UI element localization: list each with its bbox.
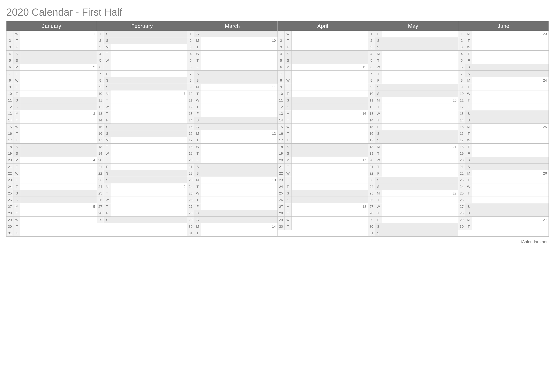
- day-number: 10: [97, 90, 104, 97]
- day-of-week: T: [285, 210, 292, 216]
- day-number: 26: [278, 197, 285, 203]
- day-of-week: W: [465, 44, 472, 50]
- day-row: [458, 230, 549, 236]
- day-note: [472, 143, 548, 150]
- day-of-week: W: [14, 124, 20, 130]
- day-number: 5: [458, 57, 465, 64]
- day-row: 17W: [458, 137, 549, 143]
- day-note: [292, 143, 368, 150]
- day-note: [292, 51, 368, 57]
- day-of-week: W: [14, 170, 20, 177]
- day-number: 11: [7, 97, 14, 104]
- day-row: 3F: [278, 44, 368, 51]
- day-note: [20, 77, 97, 84]
- day-row: 8F: [368, 77, 458, 84]
- day-row: 22S: [187, 170, 278, 177]
- day-note: [382, 37, 458, 44]
- day-note: [382, 177, 458, 183]
- day-number: 11: [97, 97, 104, 104]
- day-of-week: W: [104, 197, 111, 203]
- day-note: [20, 183, 97, 190]
- day-number: 30: [187, 223, 194, 230]
- day-note: [111, 170, 187, 177]
- day-row: 30S: [368, 223, 458, 230]
- day-note: [292, 31, 368, 37]
- day-of-week: W: [104, 57, 111, 64]
- day-row: 8W: [7, 77, 97, 84]
- month-header: January: [7, 21, 97, 31]
- day-note: 15: [292, 64, 368, 70]
- day-number: [458, 230, 465, 236]
- day-of-week: M: [14, 110, 20, 117]
- day-note: [20, 104, 97, 110]
- day-of-week: S: [465, 117, 472, 123]
- day-row: 3W: [458, 44, 549, 51]
- day-of-week: S: [194, 164, 201, 170]
- day-note: [111, 203, 187, 210]
- day-row: 21T: [278, 164, 368, 170]
- day-row: 12W: [97, 104, 187, 110]
- day-of-week: S: [104, 170, 111, 177]
- day-note: [201, 203, 277, 210]
- day-of-week: M: [194, 223, 201, 230]
- day-number: 3: [97, 44, 104, 50]
- day-note: [472, 130, 548, 137]
- day-note: [20, 44, 97, 50]
- day-note: [111, 190, 187, 197]
- day-note: [472, 203, 548, 210]
- day-note: [472, 57, 548, 64]
- day-number: 16: [368, 130, 375, 137]
- day-row: 31T: [187, 230, 278, 236]
- day-of-week: W: [465, 183, 472, 190]
- day-row: 30M14: [187, 223, 278, 230]
- day-number: 28: [97, 210, 104, 216]
- day-number: 27: [97, 203, 104, 210]
- day-row: 7F: [97, 71, 187, 77]
- day-number: 15: [368, 124, 375, 130]
- day-note: 9: [111, 183, 187, 190]
- day-of-week: T: [194, 90, 201, 97]
- day-row: 6F: [187, 64, 278, 71]
- day-note: [382, 90, 458, 97]
- day-note: [201, 64, 277, 70]
- day-row: 29M27: [458, 217, 549, 223]
- day-of-week: T: [194, 150, 201, 157]
- day-of-week: S: [285, 190, 292, 197]
- day-note: [382, 203, 458, 210]
- day-note: 5: [20, 203, 97, 210]
- day-of-week: F: [465, 57, 472, 64]
- day-row: 4M19: [368, 51, 458, 57]
- day-number: 22: [97, 170, 104, 177]
- day-of-week: M: [285, 110, 292, 117]
- day-number: 27: [458, 203, 465, 210]
- day-of-week: S: [104, 217, 111, 223]
- day-note: [382, 31, 458, 37]
- day-of-week: T: [104, 51, 111, 57]
- day-row: 1F: [368, 31, 458, 37]
- day-row: 28T: [278, 210, 368, 217]
- day-row: 31F: [7, 230, 97, 236]
- day-number: 17: [278, 137, 285, 143]
- day-number: 20: [458, 157, 465, 163]
- month-column: February1S2S3M64T5W6T7F8S9S10M711T12W13T…: [97, 21, 187, 236]
- day-note: [382, 124, 458, 130]
- day-number: 23: [368, 177, 375, 183]
- day-row: 21S: [187, 164, 278, 170]
- day-of-week: S: [14, 197, 20, 203]
- day-row: 19S: [278, 150, 368, 157]
- day-note: [20, 137, 97, 143]
- day-of-week: F: [285, 44, 292, 50]
- day-note: [201, 137, 277, 143]
- day-row: 15W: [278, 124, 368, 130]
- day-number: 24: [458, 183, 465, 190]
- day-number: 21: [187, 164, 194, 170]
- day-row: 1S: [97, 31, 187, 37]
- day-number: 8: [278, 77, 285, 84]
- day-note: [201, 230, 277, 236]
- day-row: 19W: [97, 150, 187, 157]
- day-note: [292, 84, 368, 90]
- day-note: [292, 90, 368, 97]
- day-number: 2: [278, 37, 285, 44]
- day-of-week: M: [194, 130, 201, 137]
- day-of-week: S: [375, 84, 382, 90]
